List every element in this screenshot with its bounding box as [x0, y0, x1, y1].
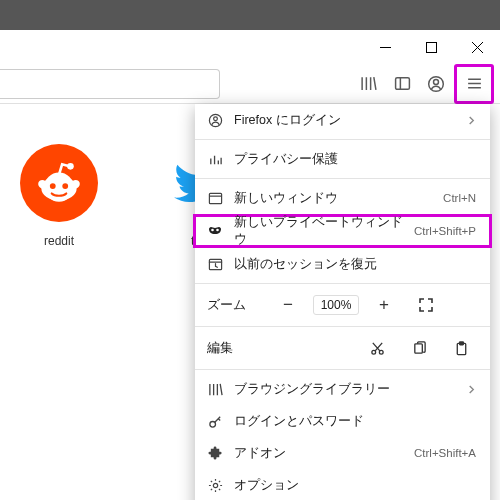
menu-new-private-window[interactable]: 新しいプライベートウィンドウ Ctrl+Shift+P — [193, 214, 492, 248]
top-site-reddit[interactable]: reddit — [20, 144, 98, 248]
titlebar — [0, 30, 500, 64]
separator — [195, 283, 490, 284]
menu-new-window[interactable]: 新しいウィンドウ Ctrl+N — [195, 182, 490, 214]
menu-library[interactable]: ブラウジングライブラリー — [195, 373, 490, 405]
svg-point-23 — [213, 483, 217, 487]
menu-addons[interactable]: アドオン Ctrl+Shift+A — [195, 437, 490, 469]
svg-point-14 — [211, 229, 214, 232]
paste-button[interactable] — [444, 335, 478, 361]
copy-button[interactable] — [402, 335, 436, 361]
svg-point-9 — [62, 183, 68, 189]
cut-button[interactable] — [360, 335, 394, 361]
sidebar-icon[interactable] — [386, 68, 418, 100]
account-icon — [207, 112, 223, 128]
menu-options[interactable]: オプション — [195, 469, 490, 500]
svg-point-7 — [71, 180, 79, 188]
svg-rect-21 — [459, 341, 463, 344]
library-icon[interactable] — [352, 68, 384, 100]
toolbar — [0, 64, 500, 104]
menu-fxa-login[interactable]: Firefox にログイン — [195, 104, 490, 136]
svg-point-12 — [213, 116, 217, 120]
app-menu-button[interactable] — [458, 68, 490, 100]
svg-point-18 — [379, 350, 383, 354]
key-icon — [207, 413, 223, 429]
svg-point-6 — [38, 180, 46, 188]
reddit-icon — [20, 144, 98, 222]
app-menu-button-highlight — [454, 64, 494, 104]
url-bar[interactable] — [0, 69, 220, 99]
menu-logins[interactable]: ログインとパスワード — [195, 405, 490, 437]
window-icon — [207, 190, 223, 206]
account-icon[interactable] — [420, 68, 452, 100]
app-menu-panel: Firefox にログイン プライバシー保護 新しいウィンドウ Ctrl+N 新… — [195, 104, 490, 500]
zoom-value[interactable]: 100% — [313, 295, 359, 315]
chevron-right-icon — [467, 116, 476, 125]
minimize-button[interactable] — [362, 30, 408, 64]
svg-rect-0 — [426, 42, 436, 52]
site-label: reddit — [44, 234, 74, 248]
svg-point-8 — [50, 183, 56, 189]
chevron-right-icon — [467, 385, 476, 394]
separator — [195, 326, 490, 327]
close-button[interactable] — [454, 30, 500, 64]
restore-icon — [207, 256, 223, 272]
library-icon — [207, 381, 223, 397]
menu-zoom-row: ズーム − 100% + — [195, 287, 490, 323]
svg-point-17 — [371, 350, 375, 354]
svg-point-5 — [41, 176, 76, 201]
svg-rect-19 — [414, 343, 422, 352]
menu-restore-session[interactable]: 以前のセッションを復元 — [195, 248, 490, 280]
separator — [195, 178, 490, 179]
gear-icon — [207, 477, 223, 493]
fullscreen-button[interactable] — [409, 292, 443, 318]
zoom-in-button[interactable]: + — [367, 292, 401, 318]
separator — [195, 369, 490, 370]
menu-privacy[interactable]: プライバシー保護 — [195, 143, 490, 175]
separator — [195, 139, 490, 140]
zoom-out-button[interactable]: − — [271, 292, 305, 318]
svg-point-3 — [434, 79, 439, 84]
svg-rect-1 — [395, 78, 409, 90]
svg-point-10 — [67, 163, 74, 170]
svg-rect-13 — [209, 193, 221, 203]
mask-icon — [207, 223, 223, 239]
svg-point-15 — [216, 229, 219, 232]
menu-edit-row: 編集 — [195, 330, 490, 366]
puzzle-icon — [207, 445, 223, 461]
shield-chart-icon — [207, 151, 223, 167]
maximize-button[interactable] — [408, 30, 454, 64]
